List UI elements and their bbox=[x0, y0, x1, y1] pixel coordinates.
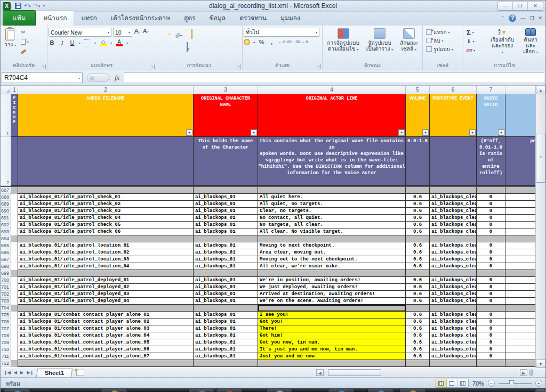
insert-cells-button[interactable]: แทรก ▾ bbox=[426, 28, 460, 36]
cell-audio-filename[interactable]: ai_blackops_01/combat_contact_player_alo… bbox=[18, 332, 194, 339]
collapse-ribbon-icon[interactable]: ⌃ bbox=[501, 15, 505, 21]
cell-actor-line[interactable]: Moving out to the next checkpoint. bbox=[258, 256, 406, 263]
tab-data[interactable]: ข้อมูล bbox=[202, 11, 232, 26]
cell-actor-line[interactable]: Just you and me now. bbox=[258, 353, 406, 360]
cell-radio-ratio[interactable]: 0 bbox=[477, 291, 505, 298]
row-number[interactable]: 703 bbox=[1, 298, 11, 305]
format-painter-button[interactable] bbox=[20, 47, 41, 55]
align-middle-button[interactable] bbox=[163, 33, 166, 35]
cell-volume[interactable]: 0.6 bbox=[406, 208, 430, 215]
cell-radio-ratio[interactable]: 0 bbox=[477, 325, 505, 332]
cell-radio-ratio[interactable]: 0 bbox=[477, 249, 505, 256]
cell[interactable] bbox=[11, 249, 18, 256]
number-format-combo[interactable]: ทั่วไป▾ bbox=[244, 28, 319, 37]
cell-audio-filename[interactable]: ai_blackops_01/idle_patrol_location_04 bbox=[18, 263, 194, 270]
cell-prototype-event[interactable]: ai_blackops_clean bbox=[430, 291, 477, 298]
cell[interactable] bbox=[11, 263, 18, 270]
cell-audio-filename[interactable]: ai_blackops_01/idle_patrol_deployed_03 bbox=[18, 291, 194, 298]
cell-audio-filename[interactable]: ai_blackops_01/idle_patrol_deployed_02 bbox=[18, 284, 194, 291]
close-button[interactable]: ✕ bbox=[528, 2, 543, 10]
insert-worksheet-icon[interactable] bbox=[76, 370, 84, 376]
align-left-button[interactable] bbox=[157, 46, 160, 48]
row-number[interactable]: 689 bbox=[1, 201, 11, 208]
cell-character[interactable]: ai_blackops_01 bbox=[194, 201, 258, 208]
row-number[interactable]: 705 bbox=[1, 312, 11, 318]
cell-radio-ratio[interactable]: 0 bbox=[477, 242, 505, 249]
cell-audio-filename[interactable]: ai_blackops_01/combat_contact_player_alo… bbox=[18, 346, 194, 353]
cell-volume[interactable]: 0.6 bbox=[406, 353, 430, 360]
cell-radio-ratio[interactable] bbox=[477, 235, 505, 242]
cell-radio-ratio[interactable]: 0 bbox=[477, 194, 505, 201]
header-original-actor-line[interactable]: ORIGINAL ACTOR LINE ▼ bbox=[258, 94, 406, 137]
font-name-combo[interactable]: Courier New▾ bbox=[49, 28, 111, 37]
row-number[interactable]: 694 bbox=[1, 235, 11, 242]
cell-prototype-event[interactable]: ai_blackops_clean bbox=[430, 208, 477, 215]
cell-volume[interactable]: 0.6 bbox=[406, 291, 430, 298]
tab-page-layout[interactable]: เค้าโครงหน้ากระดาษ bbox=[104, 11, 177, 26]
cell-volume[interactable]: 0.6 bbox=[406, 194, 430, 201]
scroll-down-icon[interactable]: ▼ bbox=[536, 360, 545, 368]
row-number[interactable]: 700 bbox=[1, 277, 11, 284]
cell-volume[interactable]: 0.6 bbox=[406, 298, 430, 305]
cell-prototype-event[interactable] bbox=[430, 270, 477, 277]
autosum-button[interactable]: Σ▾ bbox=[465, 28, 487, 36]
cell[interactable] bbox=[505, 277, 536, 284]
cell-character[interactable]: ai_blackops_01 bbox=[194, 325, 258, 332]
vertical-scroll-track[interactable] bbox=[536, 94, 545, 360]
cell[interactable] bbox=[505, 332, 536, 339]
horizontal-scroll-track[interactable] bbox=[324, 369, 520, 376]
cell-actor-line[interactable]: All clear. No visible target. bbox=[258, 228, 406, 235]
cell-volume[interactable]: 0.6 bbox=[406, 325, 430, 332]
cell-audio-filename[interactable]: ai_blackops_01/idle_patrol_check_06 bbox=[18, 228, 194, 235]
cell-radio-ratio[interactable]: 0 bbox=[477, 346, 505, 353]
cell-audio-filename[interactable]: ai_blackops_01/idle_patrol_location_01 bbox=[18, 242, 194, 249]
cell-character[interactable]: ai_blackops_01 bbox=[194, 312, 258, 318]
row-number[interactable]: 710 bbox=[1, 346, 11, 353]
cell-actor-line[interactable] bbox=[258, 235, 406, 242]
cell[interactable] bbox=[11, 332, 18, 339]
cell-prototype-event[interactable]: ai_blackops_clean bbox=[430, 215, 477, 222]
cell[interactable] bbox=[505, 291, 536, 298]
page-break-view-button[interactable] bbox=[457, 379, 468, 387]
cell[interactable] bbox=[505, 360, 536, 367]
name-box[interactable]: R704C4▾ bbox=[2, 72, 83, 83]
cell-prototype-event[interactable]: ai_blackops_clean bbox=[430, 318, 477, 325]
cell[interactable] bbox=[505, 187, 536, 194]
page-layout-view-button[interactable] bbox=[447, 379, 457, 387]
desc-audio[interactable] bbox=[18, 137, 194, 186]
filter-dropdown-icon[interactable]: ▼ bbox=[186, 129, 192, 136]
cell-actor-line[interactable]: Arrived at destination, awaiting orders! bbox=[258, 291, 406, 298]
cell-prototype-event[interactable] bbox=[430, 305, 477, 312]
cell-prototype-event[interactable]: ai_blackops_clean bbox=[430, 325, 477, 332]
merge-center-button[interactable]: ▾ bbox=[185, 42, 191, 53]
cell[interactable] bbox=[505, 346, 536, 353]
cell-radio-ratio[interactable]: 0 bbox=[477, 222, 505, 228]
zoom-level[interactable]: 70% bbox=[472, 380, 484, 387]
cell-prototype-event[interactable] bbox=[430, 235, 477, 242]
cell-radio-ratio[interactable] bbox=[477, 360, 505, 367]
tab-insert[interactable]: แทรก bbox=[74, 11, 103, 26]
column-header[interactable] bbox=[505, 86, 536, 94]
filter-dropdown-icon[interactable]: ▼ bbox=[398, 129, 405, 136]
align-bottom-button[interactable] bbox=[168, 33, 171, 35]
cell[interactable] bbox=[505, 263, 536, 270]
row-number[interactable]: 690 bbox=[1, 208, 11, 215]
paste-button[interactable]: วาง ▾ bbox=[2, 27, 19, 62]
desc-volume[interactable]: 0.0-1.0 bbox=[406, 137, 430, 186]
column-header[interactable]: 1 bbox=[11, 86, 18, 94]
cell-audio-filename[interactable] bbox=[18, 270, 194, 277]
cell-audio-filename[interactable]: ai_blackops_01/combat_contact_player_alo… bbox=[18, 318, 194, 325]
cell-actor-line[interactable]: There! bbox=[258, 325, 406, 332]
workbook-close-button[interactable]: ✕ bbox=[538, 15, 542, 21]
cell-actor-line[interactable]: All clear, we're oscar mike. bbox=[258, 263, 406, 270]
row-number[interactable]: 698 bbox=[1, 263, 11, 270]
cell[interactable] bbox=[505, 249, 536, 256]
row-number[interactable]: 696 bbox=[1, 249, 11, 256]
cell[interactable] bbox=[505, 242, 536, 249]
cell-prototype-event[interactable]: ai_blackops_clean bbox=[430, 201, 477, 208]
cell-radio-ratio[interactable]: 0 bbox=[477, 353, 505, 360]
cell-character[interactable]: ai_blackops_01 bbox=[194, 249, 258, 256]
cell-prototype-event[interactable]: ai_blackops_clean bbox=[430, 194, 477, 201]
cell-audio-filename[interactable]: ai_blackops_01/combat_contact_player_alo… bbox=[18, 312, 194, 318]
column-header[interactable]: 2 bbox=[18, 86, 194, 94]
